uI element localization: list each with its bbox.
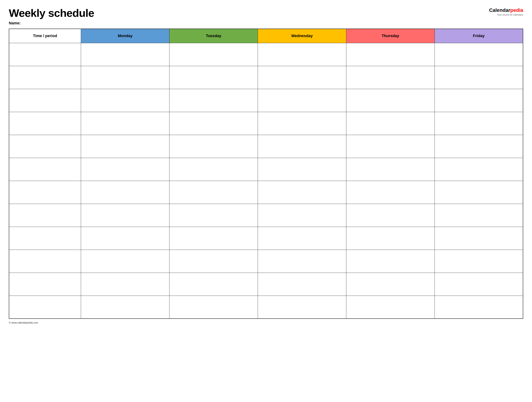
col-header-tuesday: Tuesday — [170, 29, 258, 43]
table-cell[interactable] — [258, 273, 346, 296]
table-cell[interactable] — [346, 273, 435, 296]
table-row — [9, 250, 523, 273]
table-cell[interactable] — [346, 227, 435, 250]
col-header-friday: Friday — [435, 29, 523, 43]
table-cell[interactable] — [346, 250, 435, 273]
table-cell[interactable] — [435, 43, 523, 66]
table-cell[interactable] — [81, 158, 170, 181]
col-header-thursday: Thursday — [346, 29, 435, 43]
col-header-monday: Monday — [81, 29, 170, 43]
table-cell[interactable] — [9, 158, 81, 181]
table-cell[interactable] — [346, 181, 435, 204]
table-cell[interactable] — [81, 296, 170, 319]
table-cell[interactable] — [170, 204, 258, 227]
table-cell[interactable] — [81, 135, 170, 158]
table-cell[interactable] — [435, 227, 523, 250]
table-cell[interactable] — [9, 66, 81, 89]
table-cell[interactable] — [435, 273, 523, 296]
logo-calendar: Calendar — [489, 7, 510, 13]
table-cell[interactable] — [81, 112, 170, 135]
name-label: Name: — [9, 21, 94, 26]
table-cell[interactable] — [258, 112, 346, 135]
table-row — [9, 66, 523, 89]
table-cell[interactable] — [258, 204, 346, 227]
table-cell[interactable] — [435, 112, 523, 135]
table-cell[interactable] — [170, 43, 258, 66]
footer: © www.calendarpedia.com — [9, 321, 523, 324]
table-cell[interactable] — [258, 181, 346, 204]
table-cell[interactable] — [9, 250, 81, 273]
table-cell[interactable] — [9, 204, 81, 227]
title-section: Weekly schedule Name: — [9, 7, 94, 26]
schedule-table: Time / period Monday Tuesday Wednesday T… — [9, 29, 523, 319]
table-cell[interactable] — [170, 227, 258, 250]
table-cell[interactable] — [346, 158, 435, 181]
table-cell[interactable] — [9, 43, 81, 66]
table-cell[interactable] — [81, 181, 170, 204]
logo-pedia: pedia — [510, 7, 523, 13]
table-cell[interactable] — [170, 112, 258, 135]
table-cell[interactable] — [81, 43, 170, 66]
table-row — [9, 273, 523, 296]
page-title: Weekly schedule — [9, 7, 94, 19]
table-header-row: Time / period Monday Tuesday Wednesday T… — [9, 29, 523, 43]
logo-tagline: Your source for calendars — [497, 13, 523, 16]
table-row — [9, 112, 523, 135]
table-cell[interactable] — [81, 250, 170, 273]
table-cell[interactable] — [258, 250, 346, 273]
col-header-time: Time / period — [9, 29, 81, 43]
table-cell[interactable] — [435, 181, 523, 204]
table-cell[interactable] — [258, 89, 346, 112]
table-cell[interactable] — [81, 66, 170, 89]
table-cell[interactable] — [258, 158, 346, 181]
table-cell[interactable] — [435, 204, 523, 227]
table-cell[interactable] — [258, 227, 346, 250]
table-cell[interactable] — [346, 135, 435, 158]
table-cell[interactable] — [9, 89, 81, 112]
table-cell[interactable] — [435, 250, 523, 273]
table-cell[interactable] — [435, 66, 523, 89]
table-cell[interactable] — [9, 135, 81, 158]
table-cell[interactable] — [346, 204, 435, 227]
table-cell[interactable] — [9, 273, 81, 296]
table-cell[interactable] — [258, 43, 346, 66]
table-cell[interactable] — [435, 158, 523, 181]
table-cell[interactable] — [170, 89, 258, 112]
table-cell[interactable] — [81, 89, 170, 112]
table-cell[interactable] — [170, 135, 258, 158]
table-cell[interactable] — [170, 158, 258, 181]
table-row — [9, 135, 523, 158]
table-cell[interactable] — [346, 112, 435, 135]
table-cell[interactable] — [346, 296, 435, 319]
table-cell[interactable] — [9, 181, 81, 204]
table-row — [9, 43, 523, 66]
table-cell[interactable] — [170, 296, 258, 319]
table-cell[interactable] — [258, 135, 346, 158]
table-cell[interactable] — [81, 204, 170, 227]
table-row — [9, 181, 523, 204]
table-cell[interactable] — [258, 296, 346, 319]
table-cell[interactable] — [435, 135, 523, 158]
logo-section: Calendarpedia Your source for calendars — [489, 7, 523, 16]
col-header-wednesday: Wednesday — [258, 29, 346, 43]
table-cell[interactable] — [81, 227, 170, 250]
table-cell[interactable] — [170, 66, 258, 89]
footer-url: © www.calendarpedia.com — [9, 321, 38, 324]
table-cell[interactable] — [346, 89, 435, 112]
table-row — [9, 158, 523, 181]
table-row — [9, 89, 523, 112]
table-row — [9, 227, 523, 250]
table-cell[interactable] — [170, 273, 258, 296]
table-cell[interactable] — [258, 66, 346, 89]
table-cell[interactable] — [170, 250, 258, 273]
table-cell[interactable] — [81, 273, 170, 296]
table-cell[interactable] — [9, 227, 81, 250]
table-cell[interactable] — [435, 296, 523, 319]
logo-text: Calendarpedia — [489, 8, 523, 13]
table-cell[interactable] — [346, 43, 435, 66]
table-cell[interactable] — [346, 66, 435, 89]
table-cell[interactable] — [9, 296, 81, 319]
table-cell[interactable] — [170, 181, 258, 204]
table-cell[interactable] — [9, 112, 81, 135]
table-cell[interactable] — [435, 89, 523, 112]
